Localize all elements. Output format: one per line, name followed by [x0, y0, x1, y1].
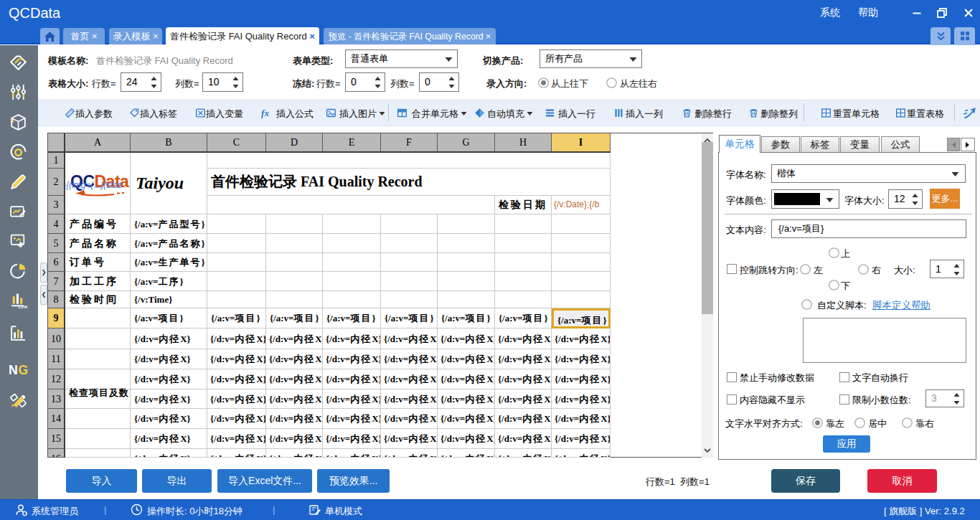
svg-text:N: N [9, 363, 18, 377]
svg-text:G: G [19, 363, 29, 377]
svg-text:fx: fx [261, 108, 269, 118]
svg-text:CPK: CPK [19, 304, 29, 309]
